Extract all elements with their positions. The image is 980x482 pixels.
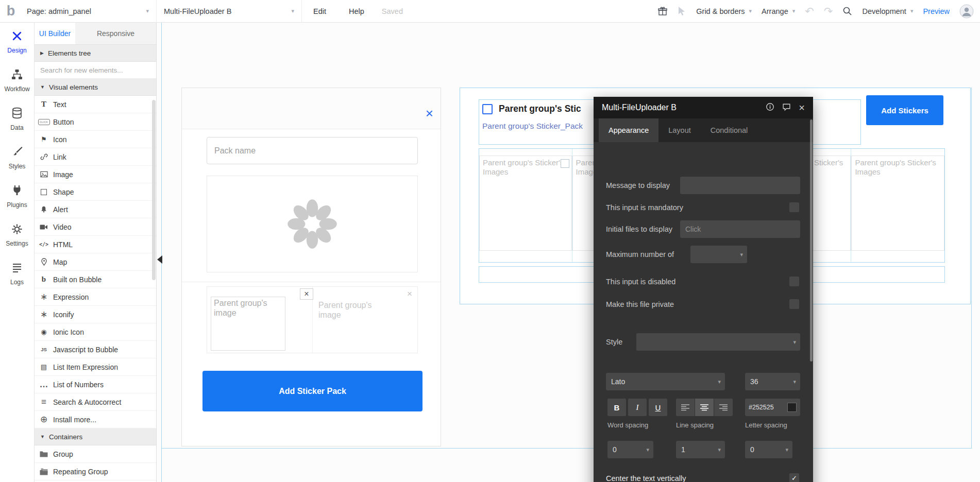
panel-collapse-handle[interactable] <box>157 255 162 264</box>
property-editor-titlebar: Multi-FileUploader B × <box>594 97 813 118</box>
element-item-repeating-group[interactable]: Repeating Group <box>35 463 156 480</box>
line-spacing-select[interactable]: 1 ▾ <box>676 441 725 458</box>
add-stickers-button[interactable]: Add Stickers <box>866 95 943 125</box>
element-item-link[interactable]: Link <box>35 148 156 166</box>
sticker-image-placeholder[interactable]: Parent group's Sticker's Images <box>479 156 572 251</box>
disabled-checkbox[interactable] <box>789 277 799 286</box>
element-item-expression[interactable]: ∗ Expression <box>35 288 156 306</box>
search-input[interactable] <box>35 62 156 78</box>
font-family-select[interactable]: Lato ▾ <box>606 373 725 390</box>
user-avatar[interactable] <box>959 4 974 19</box>
edit-menu[interactable]: Edit <box>302 0 337 23</box>
element-item-install-more[interactable]: ⊕ Install more... <box>35 411 156 428</box>
panel-scrollbar[interactable] <box>152 100 156 280</box>
element-item-shape[interactable]: Shape <box>35 183 156 201</box>
font-size-select[interactable]: 36 ▾ <box>745 373 800 390</box>
message-to-display-input[interactable] <box>680 177 800 194</box>
element-item-built-on-bubble[interactable]: b Built on Bubble <box>35 271 156 288</box>
nav-item-label: Styles <box>9 163 26 170</box>
max-number-select[interactable]: ▾ <box>690 246 747 263</box>
italic-button[interactable]: I <box>628 399 647 416</box>
align-right-button[interactable] <box>714 399 733 416</box>
help-menu[interactable]: Help <box>337 0 376 23</box>
underline-button[interactable]: U <box>649 399 667 416</box>
element-item-image[interactable]: Image <box>35 166 156 183</box>
comment-icon[interactable] <box>782 102 791 113</box>
mandatory-checkbox[interactable] <box>789 202 799 212</box>
design-canvas[interactable]: × × × Parent gro <box>157 23 980 482</box>
tab-ui-builder[interactable]: UI Builder <box>35 23 75 44</box>
nav-item-design[interactable]: Design <box>0 23 34 61</box>
group-checkbox[interactable] <box>482 104 493 114</box>
property-editor[interactable]: Multi-FileUploader B × Appearance Layout… <box>594 97 813 482</box>
tab-appearance[interactable]: Appearance <box>599 118 658 142</box>
cursor-icon[interactable] <box>678 6 686 16</box>
nav-item-data[interactable]: Data <box>0 100 34 139</box>
nav-item-workflow[interactable]: Workflow <box>0 61 34 100</box>
sticker-pack-popup[interactable]: × × × Parent gro <box>181 88 441 446</box>
element-item-button[interactable]: CLICK Button <box>35 113 156 131</box>
nav-item-plugins[interactable]: Plugins <box>0 177 34 216</box>
element-item-javascript-to-bubble[interactable]: JS Javascript to Bubble <box>35 341 156 358</box>
nav-item-styles[interactable]: Styles <box>0 139 34 177</box>
page-selector[interactable]: Page: admin_panel ▾ <box>20 0 157 23</box>
bubble-logo[interactable]: b <box>2 3 20 19</box>
gift-icon[interactable] <box>657 6 668 16</box>
element-item-text[interactable]: T Text <box>35 96 156 113</box>
element-selector[interactable]: Multi-FileUploader B ▾ <box>157 0 302 23</box>
nav-item-logs[interactable]: Logs <box>0 254 34 293</box>
tab-layout[interactable]: Layout <box>658 118 701 142</box>
pack-name-input[interactable] <box>207 137 418 164</box>
element-item-list-item-expression[interactable]: ▤ List Item Expression <box>35 358 156 376</box>
element-item-label: Group <box>53 450 73 458</box>
style-select[interactable]: ▾ <box>636 333 800 351</box>
preview-button[interactable]: Preview <box>923 7 950 15</box>
element-item-icon[interactable]: ⚑ Icon <box>35 131 156 148</box>
grid-borders-menu[interactable]: Grid & borders ▾ <box>696 7 752 15</box>
element-item-video[interactable]: Video <box>35 218 156 236</box>
rg-cell[interactable]: Parent group's Sticker's Images <box>479 149 572 262</box>
redo-icon[interactable]: ↷ <box>824 6 833 16</box>
align-left-button[interactable] <box>676 399 695 416</box>
word-spacing-select[interactable]: 0 ▾ <box>607 441 653 458</box>
element-item-html[interactable]: </> HTML <box>35 236 156 253</box>
letter-spacing-select[interactable]: 0 ▾ <box>745 441 792 458</box>
element-item-list-of-numbers[interactable]: … List of Numbers <box>35 376 156 393</box>
element-item-iconify[interactable]: ∗ Iconify <box>35 306 156 323</box>
image-placeholder[interactable]: Parent group's image <box>211 297 285 351</box>
remove-image-button[interactable]: × <box>407 289 412 299</box>
remove-image-button[interactable]: × <box>300 288 313 300</box>
undo-icon[interactable]: ↶ <box>805 6 814 16</box>
elements-tree-header[interactable]: ▶ Elements tree <box>35 45 156 62</box>
property-editor-scrollbar[interactable] <box>810 119 813 361</box>
list-lines-icon: ≡ <box>35 397 53 407</box>
nav-item-settings[interactable]: Settings <box>0 216 34 254</box>
tab-responsive[interactable]: Responsive <box>75 23 156 44</box>
bold-button[interactable]: B <box>607 399 626 416</box>
sticker-pack-link[interactable]: Parent group's Sticker_Pack <box>482 122 583 131</box>
info-icon[interactable] <box>766 102 774 113</box>
arrange-menu[interactable]: Arrange ▾ <box>762 7 795 15</box>
add-sticker-pack-button[interactable]: Add Sticker Pack <box>202 371 423 411</box>
font-color-picker[interactable]: #252525 <box>745 399 800 416</box>
center-vertically-checkbox[interactable]: ✓ <box>789 473 799 482</box>
sticker-image-placeholder[interactable]: Parent group's Sticker's Images <box>851 156 944 251</box>
element-item-map[interactable]: Map <box>35 253 156 271</box>
element-item-group[interactable]: Group <box>35 445 156 463</box>
visual-elements-header[interactable]: ▼ Visual elements <box>35 79 156 96</box>
image-uploader-placeholder[interactable] <box>207 176 418 272</box>
element-item-alert[interactable]: Alert <box>35 201 156 218</box>
element-item-ionic-icon[interactable]: ◉ Ionic Icon <box>35 323 156 341</box>
environment-selector[interactable]: Development ▾ <box>862 7 913 15</box>
rg-cell[interactable]: Parent group's Sticker's Images <box>851 149 944 262</box>
containers-header[interactable]: ▼ Containers <box>35 428 156 445</box>
close-icon[interactable]: × <box>426 107 433 120</box>
private-checkbox[interactable] <box>789 299 799 309</box>
element-item-search-autocorrect[interactable]: ≡ Search & Autocorrect <box>35 393 156 411</box>
initial-files-input[interactable] <box>680 220 800 238</box>
close-icon[interactable]: × <box>799 102 805 113</box>
search-icon[interactable] <box>842 6 852 16</box>
tab-conditional[interactable]: Conditional <box>701 118 758 142</box>
align-center-button[interactable] <box>695 399 714 416</box>
cell-checkbox[interactable] <box>561 159 569 168</box>
